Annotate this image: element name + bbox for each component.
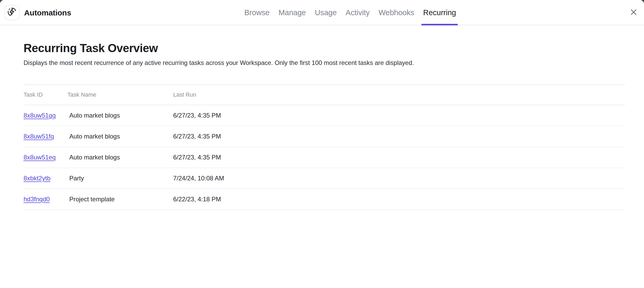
table-header-row: Task ID Task Name Last Run <box>24 85 625 105</box>
modal-header: Automations Browse Manage Usage Activity… <box>0 0 644 25</box>
task-id-link[interactable]: 8x8uw51gq <box>24 112 56 119</box>
tab-bar: Browse Manage Usage Activity Webhooks Re… <box>244 0 456 25</box>
page-description: Displays the most recent recurrence of a… <box>24 59 625 67</box>
automations-logo-badge <box>4 5 20 20</box>
tab-manage[interactable]: Manage <box>279 0 306 25</box>
last-run-cell: 6/27/23, 4:35 PM <box>173 133 625 140</box>
table-row: 8x8uw51fq Auto market blogs 6/27/23, 4:3… <box>24 126 625 147</box>
close-button[interactable] <box>627 6 640 19</box>
task-name-cell: Party <box>67 175 173 182</box>
last-run-cell: 6/27/23, 4:35 PM <box>173 154 625 161</box>
close-icon <box>630 8 638 17</box>
last-run-cell: 6/27/23, 4:35 PM <box>173 112 625 119</box>
automation-lightning-icon <box>7 7 17 18</box>
task-id-link[interactable]: 8x8uw51eq <box>24 154 56 161</box>
task-name-cell: Auto market blogs <box>67 112 173 119</box>
column-header-task-id: Task ID <box>24 91 67 98</box>
tab-usage[interactable]: Usage <box>315 0 337 25</box>
recurring-tasks-table: Task ID Task Name Last Run 8x8uw51gq Aut… <box>24 84 625 210</box>
last-run-cell: 7/24/24, 10:08 AM <box>173 175 625 182</box>
table-row: 8xbkt2ytb Party 7/24/24, 10:08 AM <box>24 168 625 189</box>
task-name-cell: Auto market blogs <box>67 154 173 161</box>
page-content: Recurring Task Overview Displays the mos… <box>0 25 644 210</box>
automations-modal: Automations Browse Manage Usage Activity… <box>0 0 644 288</box>
tab-webhooks[interactable]: Webhooks <box>379 0 414 25</box>
table-row: hd3fnqd0 Project template 6/22/23, 4:18 … <box>24 189 625 210</box>
table-row: 8x8uw51gq Auto market blogs 6/27/23, 4:3… <box>24 105 625 126</box>
table-row: 8x8uw51eq Auto market blogs 6/27/23, 4:3… <box>24 147 625 168</box>
task-id-link[interactable]: 8x8uw51fq <box>24 133 54 140</box>
task-id-link[interactable]: 8xbkt2ytb <box>24 175 50 182</box>
tab-browse[interactable]: Browse <box>244 0 270 25</box>
task-name-cell: Project template <box>67 196 173 203</box>
last-run-cell: 6/22/23, 4:18 PM <box>173 196 625 203</box>
task-name-cell: Auto market blogs <box>67 133 173 140</box>
tab-recurring[interactable]: Recurring <box>423 0 456 25</box>
app-title: Automations <box>24 0 71 25</box>
tab-activity[interactable]: Activity <box>346 0 370 25</box>
task-id-link[interactable]: hd3fnqd0 <box>24 196 50 203</box>
column-header-task-name: Task Name <box>67 91 173 98</box>
page-title: Recurring Task Overview <box>24 42 625 55</box>
table-body: 8x8uw51gq Auto market blogs 6/27/23, 4:3… <box>24 105 625 210</box>
column-header-last-run: Last Run <box>173 91 625 98</box>
